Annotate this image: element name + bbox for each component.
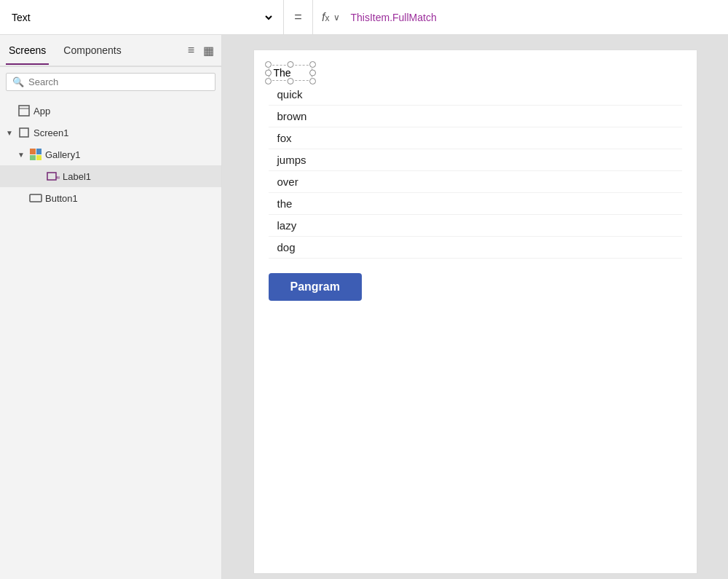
- pangram-button[interactable]: Pangram: [269, 273, 362, 301]
- search-icon: 🔍: [12, 76, 24, 87]
- svg-rect-0: [19, 106, 29, 116]
- gallery-item-2: fox: [269, 127, 682, 149]
- label1-label: Label1: [63, 171, 91, 182]
- svg-rect-2: [20, 128, 28, 137]
- chevron-screen1: ▼: [6, 129, 15, 137]
- handle-tr[interactable]: [309, 61, 316, 68]
- main-layout: Screens Components ≡ ▦ 🔍 App: [0, 35, 728, 579]
- gallery-area: The quick brown fox jumps over the la: [254, 50, 697, 259]
- handle-br[interactable]: [309, 78, 316, 84]
- selected-label-wrapper: The: [269, 65, 312, 81]
- canvas-container: The quick brown fox jumps over the la: [253, 50, 697, 574]
- gallery-item-5: the: [269, 193, 682, 215]
- formula-text: ThisItem.FullMatch: [350, 12, 436, 23]
- canvas-area: The quick brown fox jumps over the la: [222, 35, 728, 579]
- sidebar-search-container: 🔍: [6, 73, 215, 91]
- label-icon: ✏: [47, 170, 60, 183]
- sidebar-tabs: Screens Components ≡ ▦: [0, 35, 221, 67]
- gallery-item-3: jumps: [269, 149, 682, 171]
- formula-chevron-icon[interactable]: ∨: [333, 12, 340, 23]
- tree-item-button1[interactable]: Button1: [0, 187, 221, 209]
- sidebar: Screens Components ≡ ▦ 🔍 App: [0, 35, 222, 579]
- handle-tm[interactable]: [287, 61, 293, 68]
- svg-text:✏: ✏: [56, 174, 60, 181]
- tab-screens[interactable]: Screens: [6, 37, 49, 65]
- tree-item-app[interactable]: App: [0, 100, 221, 122]
- property-dropdown[interactable]: Text: [0, 0, 284, 35]
- property-select[interactable]: Text: [9, 11, 274, 24]
- grid-view-icon[interactable]: ▦: [202, 42, 215, 59]
- handle-tl[interactable]: [265, 61, 272, 68]
- app-icon: [17, 104, 31, 117]
- screen-icon: [17, 126, 31, 139]
- button1-label: Button1: [45, 193, 78, 204]
- formula-bar: fx ∨ ThisItem.FullMatch: [313, 0, 728, 35]
- top-bar: Text = fx ∨ ThisItem.FullMatch: [0, 0, 728, 35]
- tree-item-label1[interactable]: ✏ Label1: [0, 165, 221, 187]
- button-icon: [29, 192, 42, 205]
- app-label: App: [33, 106, 50, 117]
- gallery-item-0: quick: [269, 84, 682, 106]
- handle-mr[interactable]: [309, 70, 316, 76]
- svg-rect-5: [30, 194, 41, 202]
- list-view-icon[interactable]: ≡: [186, 42, 196, 59]
- gallery-item-6: lazy: [269, 215, 682, 237]
- svg-rect-3: [47, 173, 56, 180]
- screen1-label: Screen1: [33, 127, 68, 138]
- tree: App ▼ Screen1 ▼ Gallery1: [0, 97, 221, 579]
- gallery-icon: [29, 148, 42, 161]
- tab-components[interactable]: Components: [60, 37, 124, 63]
- sidebar-tab-icons: ≡ ▦: [186, 42, 215, 59]
- gallery-item-4: over: [269, 171, 682, 193]
- tree-item-gallery1[interactable]: ▼ Gallery1: [0, 143, 221, 165]
- fx-icon: fx: [322, 11, 329, 24]
- handle-bm[interactable]: [287, 78, 293, 84]
- gallery-item-7: dog: [269, 237, 682, 259]
- handle-bl[interactable]: [265, 78, 272, 84]
- chevron-gallery1: ▼: [17, 151, 26, 159]
- tree-item-screen1[interactable]: ▼ Screen1: [0, 122, 221, 143]
- equals-sign: =: [284, 0, 313, 35]
- gallery1-label: Gallery1: [45, 149, 80, 160]
- search-input[interactable]: [28, 76, 209, 87]
- gallery-item-1: brown: [269, 106, 682, 127]
- handle-ml[interactable]: [265, 70, 272, 76]
